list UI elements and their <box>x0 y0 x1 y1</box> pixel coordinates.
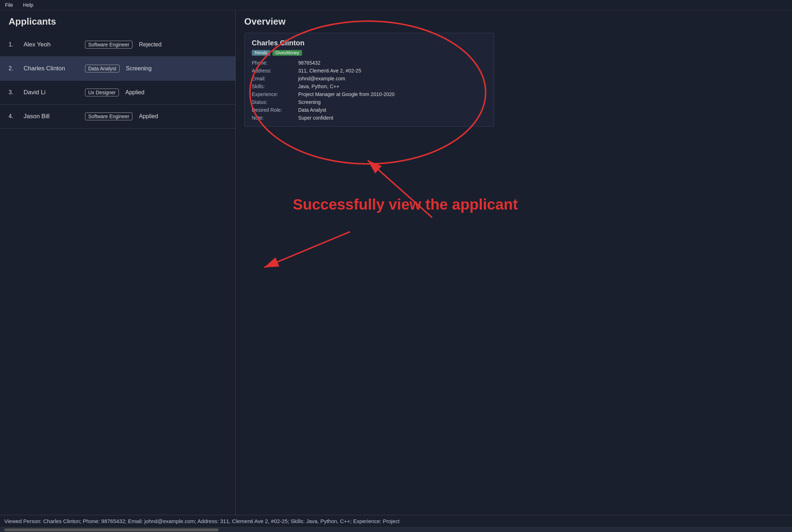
applicants-title: Applicants <box>0 16 235 33</box>
experience-value: Project Manager at Google from 2010-2020 <box>298 91 487 97</box>
applicant-list: 1. Alex Yeoh Software Engineer Rejected … <box>0 33 235 129</box>
menu-help[interactable]: Help <box>21 1 36 9</box>
applicant-row[interactable]: 1. Alex Yeoh Software Engineer Rejected <box>0 33 235 57</box>
menu-file[interactable]: File <box>3 1 15 9</box>
main-layout: Applicants 1. Alex Yeoh Software Enginee… <box>0 10 792 515</box>
overview-card: Charles Clinton friends GivesMoney Phone… <box>244 33 494 127</box>
applicant-status: Screening <box>126 65 152 72</box>
overview-title: Overview <box>244 16 783 27</box>
applicant-name: Alex Yeoh <box>24 41 81 48</box>
tag-givesmoney: GivesMoney <box>272 50 302 56</box>
notes-value: Super confident <box>298 115 487 121</box>
status-label: Status: <box>252 99 298 105</box>
applicant-number: 4. <box>9 113 19 120</box>
applicant-row[interactable]: 2. Charles Clinton Data Analyst Screenin… <box>0 57 235 81</box>
overview-person-name: Charles Clinton <box>252 39 487 47</box>
desired-role-value: Data Analyst <box>298 107 487 113</box>
applicant-number: 1. <box>9 41 19 48</box>
desired-role-label: Desired Role: <box>252 107 298 113</box>
applicant-status: Rejected <box>139 41 161 48</box>
tags-row: friends GivesMoney <box>252 50 487 56</box>
scrollbar-area <box>0 527 792 532</box>
applicant-number: 3. <box>9 89 19 96</box>
statusbar: Viewed Person: Charles Clinton; Phone: 9… <box>0 515 792 527</box>
annotation-message: Successfully view the applicant <box>293 196 518 213</box>
applicant-name: Charles Clinton <box>24 65 81 72</box>
applicant-status: Applied <box>139 113 158 120</box>
role-badge: Ux Designer <box>85 89 119 96</box>
phone-label: Phone: <box>252 60 298 66</box>
status-value: Screening <box>298 99 487 105</box>
applicant-name: David Li <box>24 89 81 96</box>
applicant-row[interactable]: 3. David Li Ux Designer Applied <box>0 81 235 105</box>
tag-friends: friends <box>252 50 270 56</box>
svg-line-3 <box>264 232 350 267</box>
role-badge: Data Analyst <box>85 65 120 72</box>
email-value: johnd@example.com <box>298 76 487 81</box>
scrollbar-thumb[interactable] <box>4 528 219 531</box>
role-badge: Software Engineer <box>85 112 132 120</box>
applicant-name: Jason Bill <box>24 113 81 120</box>
skills-label: Skills: <box>252 84 298 89</box>
right-panel: Overview Charles Clinton friends GivesMo… <box>236 10 792 515</box>
applicant-row[interactable]: 4. Jason Bill Software Engineer Applied <box>0 105 235 129</box>
address-value: 311, Clementi Ave 2, #02-25 <box>298 68 487 74</box>
address-label: Address: <box>252 68 298 74</box>
menubar: File Help <box>0 0 792 10</box>
email-label: Email: <box>252 76 298 81</box>
skills-value: Java, Python, C++ <box>298 84 487 89</box>
phone-value: 98765432 <box>298 60 487 66</box>
detail-table: Phone: 98765432 Address: 311, Clementi A… <box>252 60 487 121</box>
left-panel: Applicants 1. Alex Yeoh Software Enginee… <box>0 10 236 515</box>
role-badge: Software Engineer <box>85 41 132 49</box>
applicant-status: Applied <box>125 89 144 96</box>
statusbar-text: Viewed Person: Charles Clinton; Phone: 9… <box>4 518 400 524</box>
applicant-number: 2. <box>9 65 19 72</box>
notes-label: Note: <box>252 115 298 121</box>
experience-label: Experience: <box>252 91 298 97</box>
